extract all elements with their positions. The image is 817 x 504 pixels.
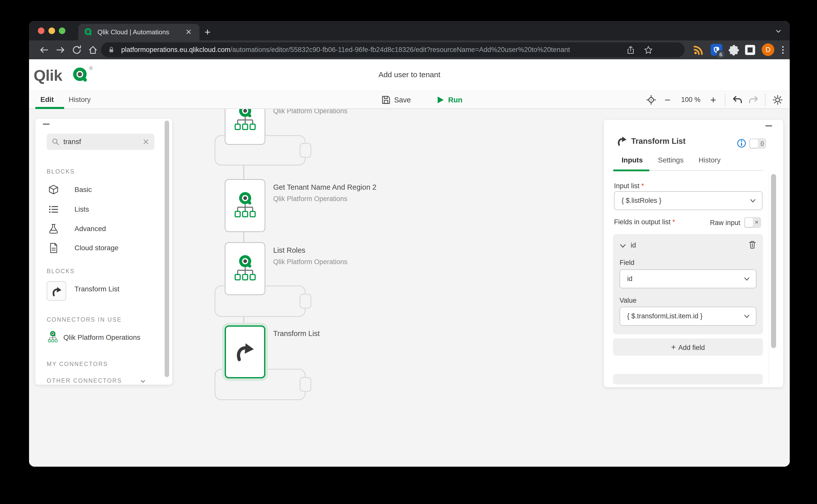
sidebar-item-cloud-storage[interactable]: Cloud storage (47, 242, 163, 254)
other-connectors-label: OTHER CONNECTORS (47, 377, 122, 384)
bookmark-star-icon[interactable] (644, 45, 653, 54)
bitwarden-extension-icon[interactable]: 6 (711, 44, 722, 55)
info-icon[interactable] (736, 138, 747, 149)
block-node-transform-list-selected[interactable] (225, 325, 265, 378)
block-library-sidebar: BLOCKS Basic Lists Advanced Cloud storag… (35, 119, 172, 385)
required-asterisk: * (672, 218, 675, 226)
field-card-id: id Field id Value { $.transformList.item… (613, 234, 763, 334)
share-icon[interactable] (626, 45, 635, 54)
transform-list-block[interactable] (47, 281, 66, 301)
flow-connector (244, 165, 244, 180)
input-list-dropdown[interactable]: { $.listRoles } (614, 191, 763, 210)
extensions-puzzle-icon[interactable] (728, 44, 740, 55)
value-dropdown[interactable]: { $.transformList.item.id } (620, 307, 756, 326)
window-close-button[interactable] (38, 27, 44, 34)
panel-tab-inputs[interactable]: Inputs (622, 154, 643, 167)
toggle-off-icon: × (755, 219, 758, 226)
required-asterisk: * (641, 182, 644, 190)
drop-placeholder[interactable] (300, 377, 311, 392)
code-view-toggle[interactable]: {} (749, 138, 766, 149)
center-view-icon[interactable] (646, 94, 657, 105)
panel-scrollbar[interactable] (771, 174, 776, 348)
tab-search-chevron-icon[interactable] (775, 27, 782, 35)
raw-input-label: Raw input (700, 218, 740, 228)
node-subtitle: Qlik Platform Operations (273, 258, 347, 266)
zoom-out-button[interactable]: − (662, 94, 673, 105)
field-label: Field (620, 259, 635, 267)
transform-list-icon (51, 286, 63, 297)
browser-window: Qlik Cloud | Automations ✕ + platformope… (29, 21, 790, 467)
add-field-label: Add field (679, 344, 705, 351)
url-path: /automations/editor/55832c90-fb06-11ed-9… (230, 46, 570, 53)
home-icon[interactable] (88, 45, 98, 55)
node-title: Transform List (273, 329, 320, 338)
window-minimize-button[interactable] (48, 27, 55, 34)
browser-address-row: platformoperations.eu.qlikcloud.com/auto… (29, 40, 790, 59)
chevron-down-icon (743, 275, 750, 283)
browser-profile-avatar[interactable]: D (762, 43, 774, 56)
chevron-down-icon[interactable] (619, 242, 627, 250)
lock-icon (107, 46, 115, 53)
field-value: id (627, 270, 633, 288)
transform-list-block-label[interactable]: Transform List (74, 285, 119, 293)
panel-tab-settings[interactable]: Settings (658, 154, 684, 167)
sidebar-item-basic[interactable]: Basic (47, 184, 163, 196)
tab-edit[interactable]: Edit (40, 91, 54, 108)
run-play-icon (436, 96, 445, 104)
clear-search-icon[interactable] (142, 137, 150, 146)
raw-input-toggle[interactable]: × (744, 217, 761, 228)
redo-icon[interactable] (748, 94, 759, 105)
sidebar-item-advanced[interactable]: Advanced (47, 223, 163, 235)
zoom-in-button[interactable]: + (708, 94, 719, 105)
connectors-in-use-header: CONNECTORS IN USE (47, 316, 122, 323)
new-tab-button[interactable]: + (203, 28, 212, 37)
block-node-get-tenant-name-and-region[interactable] (225, 179, 265, 232)
cube-icon (48, 184, 59, 195)
block-node-list-roles[interactable] (225, 242, 265, 295)
tab-close-icon[interactable]: ✕ (185, 28, 192, 36)
zoom-level: 100 % (680, 91, 702, 108)
chevron-down-icon (749, 197, 756, 204)
other-connectors-header[interactable]: OTHER CONNECTORS (47, 377, 122, 384)
my-connectors-header[interactable]: MY CONNECTORS (47, 360, 108, 368)
sidebar-item-lists[interactable]: Lists (47, 203, 163, 215)
settings-gear-icon[interactable] (772, 94, 783, 105)
browser-tab-bar: Qlik Cloud | Automations ✕ + (29, 21, 790, 40)
panel-tab-history[interactable]: History (699, 154, 721, 167)
panel-scroll-gutter (769, 173, 769, 385)
url-domain: platformoperations.eu.qlikcloud.com (121, 46, 230, 53)
reload-icon[interactable] (71, 45, 82, 55)
drop-placeholder[interactable] (300, 294, 311, 309)
automation-canvas[interactable]: Qlik Platform Operations Get Tenant Name… (29, 109, 790, 467)
rss-extension-icon[interactable] (693, 44, 704, 55)
field-card-name[interactable]: id (631, 240, 636, 250)
browser-menu-icon[interactable] (778, 45, 787, 55)
node-title: Get Tenant Name And Region 2 (273, 183, 376, 192)
field-dropdown[interactable]: id (620, 269, 756, 288)
collapse-panel-icon[interactable] (766, 125, 772, 126)
window-fullscreen-button[interactable] (59, 27, 65, 34)
node-title: List Roles (273, 246, 305, 255)
sidebar-scrollbar[interactable] (164, 121, 169, 377)
forward-icon[interactable] (55, 45, 66, 55)
qlik-favicon-icon (84, 27, 93, 37)
collapse-sidebar-icon[interactable] (43, 124, 49, 125)
back-icon[interactable] (39, 45, 49, 55)
fields-label-text: Fields in output list (614, 218, 671, 226)
tab-history[interactable]: History (69, 91, 91, 108)
drop-placeholder[interactable] (300, 143, 311, 158)
delete-field-icon[interactable] (747, 240, 757, 250)
save-button[interactable]: Save (381, 94, 419, 105)
address-bar[interactable]: platformoperations.eu.qlikcloud.com/auto… (101, 42, 685, 57)
sidebar-item-qlik-platform-operations[interactable]: Qlik Platform Operations (47, 330, 163, 346)
search-input[interactable] (63, 134, 139, 150)
node-subtitle: Qlik Platform Operations (273, 109, 347, 115)
undo-icon[interactable] (732, 94, 743, 105)
add-field-button[interactable]: +Add field (613, 339, 763, 356)
browser-tab[interactable]: Qlik Cloud | Automations ✕ (78, 24, 199, 40)
block-node-qlik-platform-operations[interactable] (225, 109, 265, 145)
square-extension-icon[interactable] (745, 45, 755, 55)
search-box (47, 134, 154, 150)
run-label: Run (448, 94, 462, 105)
run-button[interactable]: Run (436, 94, 469, 105)
